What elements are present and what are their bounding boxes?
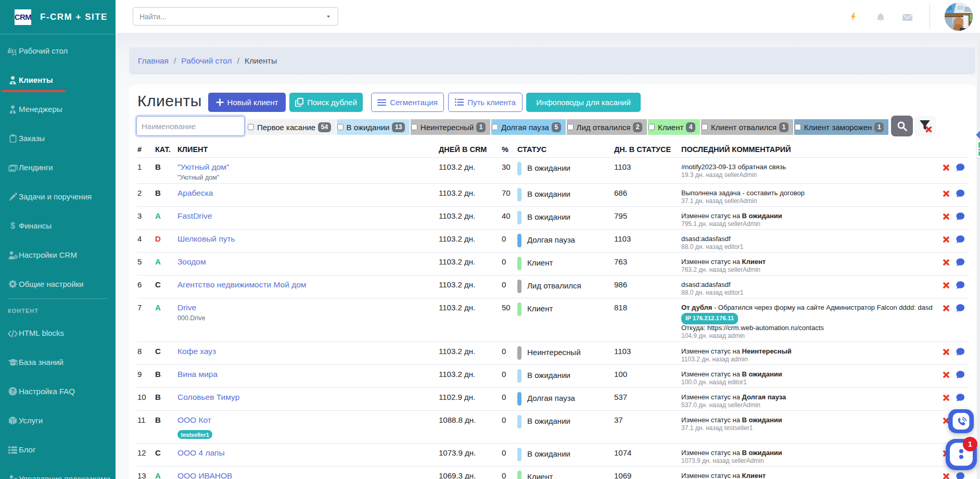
svg-text:$: $: [10, 221, 15, 230]
svg-text:?: ?: [11, 388, 15, 395]
